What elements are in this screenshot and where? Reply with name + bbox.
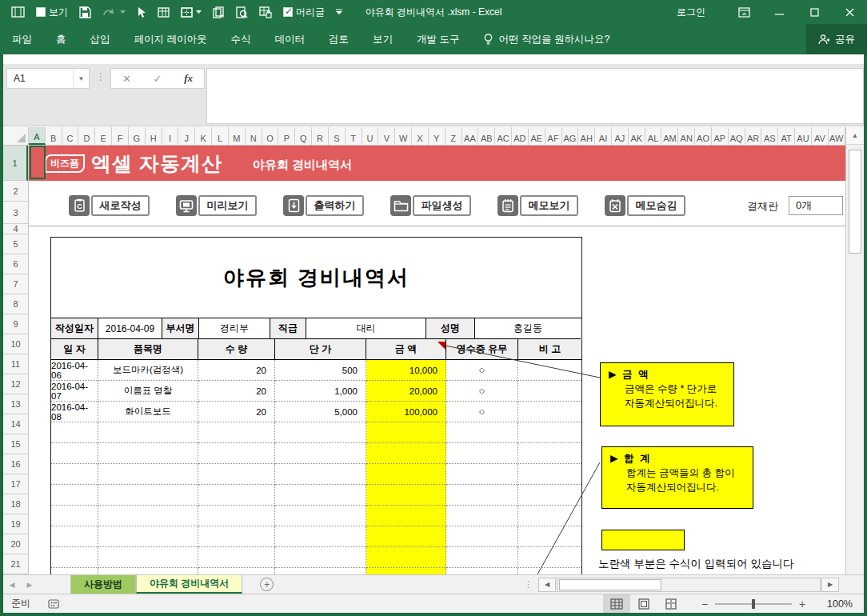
column-header[interactable]: D [78, 127, 95, 145]
table-cell[interactable] [518, 568, 581, 574]
table-cell[interactable] [275, 506, 366, 526]
column-header[interactable]: Q [295, 127, 312, 145]
column-header[interactable]: AF [545, 127, 562, 145]
column-header[interactable]: C [62, 127, 79, 145]
table-cell[interactable]: 화이트보드 [98, 402, 198, 422]
table-cell[interactable] [198, 464, 275, 485]
save-icon[interactable] [79, 6, 91, 18]
table-cell[interactable] [98, 547, 198, 568]
column-header[interactable]: AP [712, 127, 729, 145]
redo-icon[interactable] [102, 7, 126, 18]
row-header[interactable]: 12 [3, 374, 28, 394]
tell-me-box[interactable]: 어떤 작업을 원하시나요? [471, 33, 622, 46]
col-header-date[interactable]: 일 자 [51, 339, 98, 360]
zoom-out-icon[interactable]: − [696, 598, 713, 610]
scroll-left-icon[interactable]: ◀ [538, 578, 556, 592]
row-header[interactable]: 10 [3, 334, 28, 354]
column-header[interactable]: AE [529, 127, 545, 145]
tab-review[interactable]: 검토 [317, 24, 361, 54]
column-header[interactable]: V [378, 127, 395, 145]
info-label[interactable]: 직급 [270, 318, 306, 339]
table-cell[interactable] [275, 547, 366, 568]
add-sheet-icon[interactable]: + [260, 578, 274, 591]
table-cell[interactable] [198, 526, 275, 547]
table-cell[interactable] [198, 443, 275, 464]
row-header[interactable]: 8 [3, 294, 28, 314]
column-header[interactable]: AB [478, 127, 495, 145]
row-header[interactable]: 5 [3, 234, 28, 254]
table-cell[interactable] [518, 360, 581, 381]
column-header[interactable]: S [329, 127, 346, 145]
table-cell[interactable] [446, 506, 518, 526]
table-cell[interactable] [198, 568, 275, 574]
login-button[interactable]: 로그인 [677, 6, 705, 19]
table-cell[interactable] [98, 464, 198, 485]
row-header[interactable]: 19 [3, 514, 28, 534]
cursor-icon[interactable] [137, 6, 146, 18]
column-header[interactable]: Z [445, 127, 462, 145]
table-cell[interactable] [275, 464, 366, 485]
table-cell[interactable]: 5,000 [275, 402, 366, 422]
row-header[interactable]: 18 [3, 494, 28, 514]
column-header[interactable]: AM [661, 127, 678, 145]
파일생성-button[interactable]: 파일생성 [390, 195, 471, 216]
column-header[interactable]: AD [512, 127, 529, 145]
column-header[interactable]: AI [595, 127, 612, 145]
maximize-button[interactable] [797, 0, 832, 24]
table-cell[interactable] [98, 443, 198, 464]
table-cell[interactable]: 100,000 [366, 402, 446, 422]
info-value[interactable]: 대리 [306, 318, 426, 339]
column-header[interactable]: AV [812, 127, 829, 145]
column-header[interactable]: F [112, 127, 129, 145]
approval-count-box[interactable]: 0개 [789, 196, 843, 215]
row-header[interactable]: 21 [3, 554, 28, 574]
ribbon-display-options-icon[interactable] [726, 0, 761, 24]
table-cell[interactable] [366, 422, 446, 443]
table-cell[interactable] [198, 547, 275, 568]
table-cell[interactable] [366, 443, 446, 464]
table-cell[interactable] [518, 402, 581, 422]
table-cell[interactable]: 이름표 명찰 [98, 381, 198, 402]
column-header[interactable]: B [46, 127, 62, 145]
table-cell[interactable]: 500 [275, 360, 366, 381]
col-header-note[interactable]: 비 고 [518, 339, 581, 360]
table-cell[interactable] [51, 547, 98, 568]
qat-customize-icon[interactable] [336, 9, 342, 15]
table-cell[interactable]: 20,000 [366, 381, 446, 402]
page-break-view-icon[interactable] [657, 594, 685, 613]
column-header[interactable]: AU [795, 127, 812, 145]
메모보기-button[interactable]: 메모보기 [497, 195, 578, 216]
info-label[interactable]: 성명 [426, 318, 475, 339]
column-header[interactable]: X [412, 127, 429, 145]
sheet-tab-expense[interactable]: 야유회 경비내역서 [136, 575, 242, 594]
col-header-amount[interactable]: 금 액 [366, 339, 446, 360]
close-button[interactable] [832, 0, 867, 24]
row-header[interactable]: 11 [3, 354, 28, 374]
sheet-canvas[interactable]: 비즈폼 엑셀 자동계산 야유회 경비내역서 C새로작성미리보기출력하기파일생성메… [29, 146, 845, 574]
row-header[interactable]: 16 [3, 454, 28, 474]
col-header-unitprice[interactable]: 단 가 [275, 339, 366, 360]
page-layout-view-icon[interactable] [630, 594, 657, 613]
table-cell[interactable] [275, 422, 366, 443]
table-cell[interactable] [518, 547, 581, 568]
table-cell[interactable] [51, 422, 98, 443]
row-header[interactable]: 14 [3, 414, 28, 434]
tab-page-layout[interactable]: 페이지 레이아웃 [122, 24, 219, 54]
share-button[interactable]: 공유 [806, 24, 867, 54]
normal-view-icon[interactable] [603, 594, 630, 613]
window-preview-icon[interactable] [11, 6, 25, 18]
table-cell[interactable] [446, 526, 518, 547]
row-header[interactable]: 9 [3, 314, 28, 334]
info-label[interactable]: 부서명 [162, 318, 199, 339]
header-checkbox[interactable]: 머리글 [283, 6, 325, 19]
view-checkbox[interactable]: 보기 [36, 6, 68, 19]
column-header[interactable]: AW [829, 127, 845, 145]
table-cell[interactable]: 2016-04-06 [51, 360, 98, 381]
name-box[interactable]: A1▼ [6, 68, 90, 89]
tab-formulas[interactable]: 수식 [218, 24, 262, 54]
protect-sheet-icon[interactable] [259, 6, 272, 18]
tab-scroll-splitter[interactable]: ⋮ [524, 575, 537, 594]
table-cell[interactable] [366, 464, 446, 485]
table-cell[interactable] [518, 422, 581, 443]
column-header[interactable]: AC [495, 127, 512, 145]
